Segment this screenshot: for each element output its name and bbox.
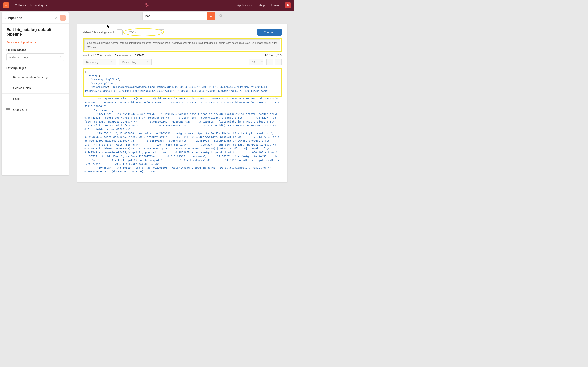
query-time-label: query-time:: [103, 54, 114, 57]
set-search-pipeline-link[interactable]: Set as search pipeline: [6, 41, 36, 44]
chevron-down-icon[interactable]: ▼: [45, 4, 47, 7]
stats-row: num-found: 1,359 • query-time: 7 ms • ma…: [83, 54, 282, 57]
json-key: "querystring": [91, 82, 107, 85]
close-icon[interactable]: ✕: [55, 16, 58, 20]
add-pipeline-button[interactable]: +: [60, 15, 66, 21]
pipeline-select[interactable]: default (bb_catalog-default) ▼: [83, 29, 123, 35]
json-key: "parsedquery": [91, 85, 108, 89]
page-size-label: 10: [252, 60, 255, 64]
chevron-down-icon: ▼: [60, 56, 62, 58]
existing-stages-label: Existing Stages: [6, 67, 64, 69]
compare-button[interactable]: Compare: [258, 29, 282, 36]
add-stage-select[interactable]: Add a new stage + ▼: [6, 53, 64, 61]
pipeline-stages-label: Pipeline Stages: [6, 48, 64, 51]
pipeline-edit-title: Edit bb_catalog-default pipeline: [6, 27, 64, 37]
collection-label[interactable]: Collection: bb_catalog: [15, 4, 43, 7]
sort-order-select[interactable]: Descending ▼: [119, 58, 152, 66]
api-url[interactable]: /api/apollo/query-pipelines/bb_catalog-d…: [84, 39, 280, 50]
json-value: "ipad": [112, 78, 119, 81]
pipeline-select-label: default (bb_catalog-default): [83, 31, 115, 34]
results-card: default (bb_catalog-default) ▼ JSON ▼ Co…: [77, 24, 287, 183]
query-time-value: 7 ms: [114, 54, 120, 57]
json-value: "ipad": [108, 82, 115, 85]
prev-page-button[interactable]: ‹: [267, 58, 273, 66]
chevron-down-icon: ▼: [147, 61, 149, 63]
nav-help[interactable]: Help: [259, 4, 265, 7]
chevron-down-icon[interactable]: ▼: [117, 29, 123, 35]
format-select[interactable]: JSON ▼: [126, 29, 164, 35]
stage-label: Query Solr: [13, 108, 27, 111]
page-size-select[interactable]: 10 ▼: [249, 58, 263, 66]
sidebar: ‹ Pipelines ✕ + Edit bb_catalog-default …: [2, 12, 69, 175]
api-url-highlight: /api/apollo/query-pipelines/bb_catalog-d…: [83, 38, 282, 52]
filter-row: Relevancy ▼ Descending ▼ 10 ▼ ‹ ›: [83, 58, 282, 66]
format-label: JSON: [129, 31, 136, 34]
pager: ‹ ›: [267, 58, 282, 66]
chevron-down-icon: ▼: [261, 61, 263, 63]
bell-icon: [286, 4, 289, 7]
svg-point-0: [210, 15, 212, 17]
add-stage-placeholder: Add a new stage +: [9, 56, 31, 59]
stage-item[interactable]: Query Solr: [6, 104, 64, 115]
notifications-button[interactable]: [285, 2, 291, 8]
sort-field-label: Relevancy: [86, 60, 99, 64]
search-button[interactable]: [207, 12, 215, 20]
next-page-button[interactable]: ›: [275, 58, 282, 66]
sort-field-select[interactable]: Relevancy ▼: [83, 58, 116, 66]
search-icon: [210, 15, 213, 18]
chevron-down-icon: ▼: [111, 61, 113, 63]
drag-handle-icon[interactable]: [6, 87, 10, 89]
search-row: [72, 12, 292, 20]
search-input[interactable]: [142, 12, 207, 20]
num-found-value: 1,359: [95, 54, 101, 57]
gear-icon: [219, 14, 222, 17]
stage-label: Recommendation Boosting: [13, 76, 48, 79]
chevron-down-icon[interactable]: ▼: [159, 29, 164, 35]
max-score-label: max-score:: [122, 54, 133, 57]
result-range: 1-10 of 1,359: [265, 54, 282, 57]
json-key: "rawquerystring": [91, 78, 111, 81]
drag-handle-icon[interactable]: [6, 108, 10, 111]
nav-admin[interactable]: Admin: [271, 4, 279, 7]
num-found-label: num-found:: [83, 54, 95, 57]
external-link-icon: [34, 41, 36, 44]
main: default (bb_catalog-default) ▼ JSON ▼ Co…: [72, 12, 292, 184]
brand-logo: [145, 3, 149, 8]
nav-applications[interactable]: Applications: [237, 4, 253, 7]
top-controls: default (bb_catalog-default) ▼ JSON ▼ Co…: [83, 27, 282, 36]
back-icon[interactable]: ‹: [5, 16, 6, 20]
settings-button[interactable]: [219, 14, 222, 18]
stage-label: Facet: [13, 97, 20, 100]
topbar: + Collection: bb_catalog ▼ Applications …: [0, 0, 294, 11]
json-response-highlight: { "debug": { "rawquerystring": "ipad", "…: [83, 68, 282, 97]
new-button[interactable]: +: [3, 2, 9, 8]
json-value: "(+DisjunctionMaxQuery((name_t:ipad)) id…: [85, 85, 268, 92]
drag-handle-icon[interactable]: [6, 98, 10, 100]
max-score-value: 13.037658: [134, 54, 144, 57]
sidebar-title: Pipelines: [8, 16, 55, 20]
json-key: "debug": [88, 74, 98, 77]
drag-handle-icon[interactable]: [6, 76, 10, 78]
sidebar-header: ‹ Pipelines ✕ +: [2, 12, 69, 24]
json-response-body: "parsedquery_toString": "+(name_t:ipad) …: [83, 97, 282, 183]
stage-label: Search Fields: [13, 86, 31, 90]
sort-order-label: Descending: [122, 60, 136, 64]
set-search-pipeline-label: Set as search pipeline: [6, 41, 33, 44]
